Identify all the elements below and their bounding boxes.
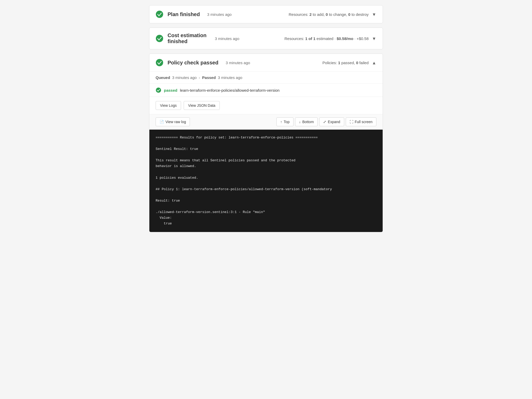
policy-passed-label: passed <box>164 88 177 92</box>
plan-finished-title: Plan finished <box>168 11 200 17</box>
cost-estimation-title-line2: finished <box>168 38 207 44</box>
expand-button[interactable]: ⤢ Expand <box>319 117 344 126</box>
view-logs-button[interactable]: View Logs <box>156 101 181 110</box>
status-passed-time: 3 minutes ago <box>218 75 242 80</box>
policy-check-meta: Policies: 1 passed, 0 failed ▴ <box>322 58 376 67</box>
plan-finished-meta: Resources: 2 to add, 0 to change, 0 to d… <box>289 10 376 18</box>
svg-point-2 <box>156 59 163 66</box>
cost-estimation-time: 3 minutes ago <box>215 36 239 41</box>
log-panel: =========== Results for policy set: lear… <box>149 130 383 232</box>
plan-finished-time: 3 minutes ago <box>207 12 231 17</box>
policy-check-time: 3 minutes ago <box>226 61 250 65</box>
plan-finished-header: Plan finished 3 minutes ago Resources: 2… <box>149 5 383 23</box>
cost-estimation-meta: Resources: 1 of 1 estimated · $0.58/mo ·… <box>284 34 376 43</box>
policy-name: learn-terraform-enforce-policies/allowed… <box>180 88 280 92</box>
policy-status-row: Queued 3 minutes ago › Passed 3 minutes … <box>149 72 383 84</box>
bottom-button[interactable]: ↓ Bottom <box>295 117 318 126</box>
cost-estimation-title-line1: Cost estimation <box>168 32 207 38</box>
plan-resources-text: Resources: 2 to add, 0 to change, 0 to d… <box>289 12 369 17</box>
arrow-up-icon: ↑ <box>280 120 282 124</box>
policy-item: passed learn-terraform-enforce-policies/… <box>149 84 383 97</box>
svg-point-3 <box>156 88 161 93</box>
policy-item-check-icon <box>156 87 161 93</box>
log-toolbar: 📄 View raw log ↑ Top ↓ Bottom ⤢ <box>149 114 383 130</box>
cost-resources-text: Resources: 1 of 1 estimated · $0.58/mo ·… <box>284 36 369 41</box>
plan-finished-toggle[interactable]: ▾ <box>372 10 376 18</box>
svg-point-0 <box>156 11 163 18</box>
fullscreen-icon: ⛶ <box>350 120 353 124</box>
status-passed-label: Passed <box>202 75 216 80</box>
status-queued-time: 3 minutes ago <box>172 75 197 80</box>
status-queued-label: Queued <box>156 75 170 80</box>
action-buttons: View Logs View JSON Data <box>149 97 383 114</box>
top-button[interactable]: ↑ Top <box>276 117 294 126</box>
status-arrow: › <box>199 75 200 80</box>
cost-estimation-header: Cost estimation finished 3 minutes ago R… <box>149 28 383 49</box>
cost-estimation-title-block: Cost estimation finished <box>168 32 207 44</box>
doc-icon: 📄 <box>159 120 164 124</box>
cost-estimation-toggle[interactable]: ▾ <box>372 34 376 43</box>
arrow-down-icon: ↓ <box>299 120 301 124</box>
view-json-button[interactable]: View JSON Data <box>184 101 220 110</box>
policy-check-body: Queued 3 minutes ago › Passed 3 minutes … <box>149 71 383 232</box>
policy-check-icon <box>156 59 163 66</box>
page-container: Plan finished 3 minutes ago Resources: 2… <box>149 5 383 232</box>
log-toolbar-left: 📄 View raw log <box>156 117 190 126</box>
cost-estimation-card: Cost estimation finished 3 minutes ago R… <box>149 28 383 49</box>
expand-icon: ⤢ <box>323 120 326 124</box>
plan-finished-card: Plan finished 3 minutes ago Resources: 2… <box>149 5 383 23</box>
policy-check-title: Policy check passed <box>168 60 218 66</box>
cost-estimation-check-icon <box>156 35 163 42</box>
plan-finished-check-icon <box>156 10 163 18</box>
policy-check-header: Policy check passed 3 minutes ago Polici… <box>149 54 383 71</box>
policy-check-toggle[interactable]: ▴ <box>372 58 376 67</box>
policy-count-text: Policies: 1 passed, 0 failed <box>322 61 369 65</box>
view-raw-log-button[interactable]: 📄 View raw log <box>156 117 190 126</box>
log-toolbar-right: ↑ Top ↓ Bottom ⤢ Expand ⛶ Full screen <box>276 117 376 126</box>
svg-point-1 <box>156 35 163 42</box>
fullscreen-button[interactable]: ⛶ Full screen <box>346 117 376 126</box>
policy-check-card: Policy check passed 3 minutes ago Polici… <box>149 54 383 232</box>
